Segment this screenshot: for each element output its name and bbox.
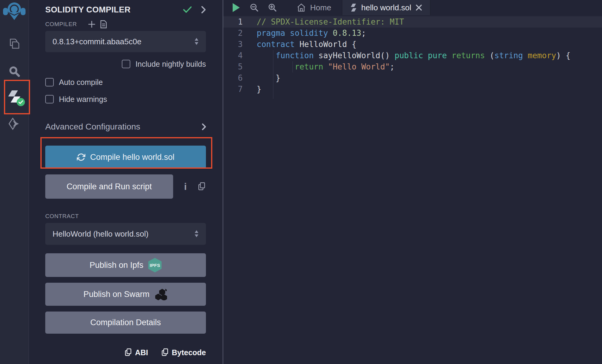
compilation-details-label: Compilation Details xyxy=(90,318,161,327)
add-compiler-icon[interactable] xyxy=(88,20,96,28)
solidity-compiler-icon[interactable] xyxy=(7,90,21,104)
code-lines[interactable]: 1// SPDX-License-Identifier: MIT2pragma … xyxy=(223,15,602,364)
remix-logo[interactable] xyxy=(2,1,26,23)
collapse-panel-chevron-icon[interactable] xyxy=(201,6,206,14)
file-explorer-icon[interactable] xyxy=(7,37,21,51)
zoom-in-icon[interactable] xyxy=(263,0,282,15)
info-icon[interactable]: i xyxy=(184,182,187,191)
code-text: function sayHelloWorld() public pure ret… xyxy=(257,50,570,61)
contract-section-label: CONTRACT xyxy=(45,213,79,220)
solidity-file-icon xyxy=(350,3,357,12)
line-number: 1 xyxy=(223,16,257,28)
abi-label: ABI xyxy=(135,348,148,357)
publish-swarm-label: Publish on Swarm xyxy=(84,290,150,299)
compile-and-run-button[interactable]: Compile and Run script xyxy=(45,174,173,199)
code-text: // SPDX-License-Identifier: MIT xyxy=(257,16,404,28)
select-arrows-icon xyxy=(194,38,199,45)
contract-select-value: HelloWorld (hello world.sol) xyxy=(53,229,194,239)
code-text: return "Hello World"; xyxy=(257,61,395,72)
close-tab-icon[interactable] xyxy=(416,4,422,11)
zoom-out-icon[interactable] xyxy=(245,0,263,15)
include-nightly-label: Include nightly builds xyxy=(135,60,206,69)
indent-guide xyxy=(292,61,293,72)
bytecode-label: Bytecode xyxy=(172,348,206,357)
code-line[interactable]: 7} xyxy=(223,84,602,95)
solidity-compiler-panel: SOLIDITY COMPILER COMPILER xyxy=(29,0,223,364)
advanced-configurations-label: Advanced Configurations xyxy=(45,122,202,132)
include-nightly-checkbox[interactable] xyxy=(122,60,130,68)
code-text: pragma solidity 0.8.13; xyxy=(257,28,366,39)
ipfs-icon: IPFS xyxy=(148,258,162,272)
publish-ipfs-label: Publish on Ipfs xyxy=(90,261,143,270)
code-text: } xyxy=(257,72,280,84)
line-number: 6 xyxy=(223,72,257,84)
code-line[interactable]: 2pragma solidity 0.8.13; xyxy=(223,28,602,39)
compile-success-badge-icon xyxy=(17,98,25,106)
tab-home-label: Home xyxy=(310,3,331,12)
refresh-icon xyxy=(77,153,85,161)
copy-bytecode-link[interactable]: Bytecode xyxy=(161,348,206,357)
auto-compile-label: Auto compile xyxy=(59,78,103,87)
auto-compile-checkbox[interactable] xyxy=(45,78,54,86)
compiler-config-file-icon[interactable] xyxy=(100,20,107,29)
copy-script-icon[interactable] xyxy=(198,182,206,191)
contract-select[interactable]: HelloWorld (hello world.sol) xyxy=(45,223,206,245)
chevron-right-icon xyxy=(202,123,206,130)
line-number: 5 xyxy=(223,61,257,72)
compiler-version-select[interactable]: 0.8.13+commit.abaa5c0e xyxy=(45,31,206,52)
swarm-icon xyxy=(154,288,168,300)
line-number: 3 xyxy=(223,39,257,50)
select-arrows-icon xyxy=(194,230,199,238)
compiler-section-label: COMPILER xyxy=(45,21,77,28)
line-number: 4 xyxy=(223,50,257,61)
line-number: 7 xyxy=(223,84,257,95)
code-line[interactable]: 5 return "Hello World"; xyxy=(223,61,602,72)
compilation-details-button[interactable]: Compilation Details xyxy=(45,312,206,334)
code-text: } xyxy=(257,84,262,95)
activity-bar xyxy=(0,0,29,364)
copy-icon xyxy=(161,348,169,357)
advanced-configurations-toggle[interactable]: Advanced Configurations xyxy=(45,122,206,132)
deploy-run-icon[interactable] xyxy=(7,117,21,131)
compiled-check-icon xyxy=(183,6,192,13)
copy-icon xyxy=(125,348,132,357)
code-text: contract HelloWorld { xyxy=(257,39,357,50)
remix-ide-window: SOLIDITY COMPILER COMPILER xyxy=(0,0,602,364)
code-line[interactable]: 6 } xyxy=(223,72,602,84)
publish-swarm-button[interactable]: Publish on Swarm xyxy=(45,283,206,306)
code-line[interactable]: 3contract HelloWorld { xyxy=(223,39,602,50)
search-icon[interactable] xyxy=(7,64,21,78)
code-line[interactable]: 4 function sayHelloWorld() public pure r… xyxy=(223,50,602,61)
code-editor: Home hello world.sol 1// SPDX-License-Id… xyxy=(223,0,602,364)
compile-and-run-label: Compile and Run script xyxy=(67,182,152,191)
compile-button[interactable]: Compile hello world.sol xyxy=(45,146,206,169)
copy-abi-link[interactable]: ABI xyxy=(125,348,148,357)
hide-warnings-label: Hide warnings xyxy=(59,95,107,104)
line-number: 2 xyxy=(223,28,257,39)
home-icon xyxy=(297,3,306,12)
panel-title: SOLIDITY COMPILER xyxy=(45,5,183,15)
indent-guide xyxy=(273,50,273,99)
tab-hello-world-sol[interactable]: hello world.sol xyxy=(342,0,430,15)
tab-home[interactable]: Home xyxy=(289,0,339,15)
compile-button-label: Compile hello world.sol xyxy=(90,153,175,162)
tab-file-label: hello world.sol xyxy=(361,3,411,12)
code-line[interactable]: 1// SPDX-License-Identifier: MIT xyxy=(223,16,602,28)
editor-tab-bar: Home hello world.sol xyxy=(223,0,602,15)
publish-ipfs-button[interactable]: Publish on Ipfs IPFS xyxy=(45,253,206,277)
compiler-version-value: 0.8.13+commit.abaa5c0e xyxy=(53,37,194,46)
run-script-play-icon[interactable] xyxy=(227,0,245,15)
hide-warnings-checkbox[interactable] xyxy=(45,95,54,103)
